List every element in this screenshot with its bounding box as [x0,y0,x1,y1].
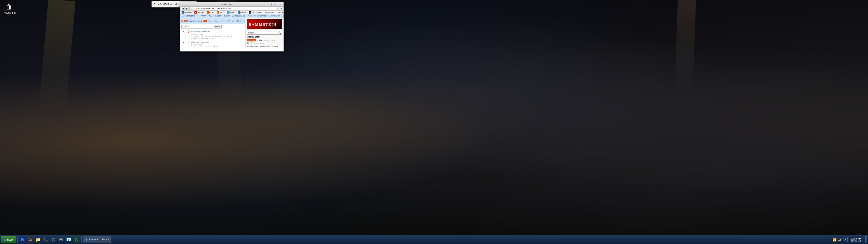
upvote-2[interactable]: ▲ [183,41,185,44]
tab-top[interactable]: top [231,20,235,22]
filter-awwreddit[interactable]: AWWREDDIT [270,15,281,17]
online-count: ~6 [250,42,252,44]
subreddit-nav: MY SUBREDDITS ▼ | FRONT ALL RANDOM FUNNY… [180,14,283,18]
browser-taskbar-icon: 🌐 [85,238,88,241]
vote-area-1: ▲ [181,30,186,33]
post-thumbnail-1: 📌 [187,30,190,34]
systray-network[interactable]: 📶 [833,238,836,242]
sidebar-search-box: 🔍 [247,31,282,35]
filter-mysubreddits[interactable]: MY SUBREDDITS ▼ [181,15,197,17]
address-bar[interactable]: 🔒 https://www.reddit.com/r/Rammstein/ [194,7,276,10]
rammstein-banner: RAMMSTEIN [247,19,282,29]
start-button[interactable]: ⊞ Start [1,236,16,243]
reddit-content: reddit Rammstein hot new rising controve… [180,18,283,47]
taskbar-media[interactable]: 🎵 [50,236,57,243]
taskbar-photoshop[interactable]: Ps [19,236,26,243]
reddit-search-input[interactable] [181,25,213,29]
menu-icon[interactable]: ≡ [280,7,283,10]
reddit-search-area: search [180,24,245,29]
post-comments-1[interactable]: 0 comments [191,37,200,39]
hotmail-icon: h [238,11,240,13]
windows-logo: ⊞ [4,238,6,241]
filter-adviceanimals[interactable]: ADVICEANIMALS [231,15,246,17]
post-meta-1: [self.Rammstein] [191,33,244,35]
reload-button[interactable]: ↻ [189,7,193,10]
systray-volume[interactable]: 🔊 [838,238,841,242]
media-icon: 🎵 [51,237,56,242]
post-report-1[interactable]: report [210,37,214,39]
tab-controversial[interactable]: controversial [219,20,230,22]
taskbar-email[interactable]: 📧 [65,236,72,243]
post-content-2: Liese Vs. Seemann [self.Rammstein] submi… [191,41,244,47]
tab-gilded[interactable]: gilded [236,20,242,22]
systray-security[interactable]: 🛡 [843,238,846,242]
bookmark-reddit[interactable]: r Reddit [206,11,215,14]
active-window-label: Rammstein - Reddit [89,238,108,241]
star-icon[interactable]: ☆ [277,7,279,10]
taskbar-spotify[interactable]: 🎵 [73,236,80,243]
reddit-sidebar: RAMMSTEIN 🔍 Rammstein subscriber 2,456 P… [246,18,283,47]
tab-rising[interactable]: rising [213,20,218,22]
filter-funny[interactable]: FUNNY [223,15,230,17]
sidebar-search-input[interactable] [248,32,278,34]
filter-gaming[interactable]: GAMING [282,15,283,17]
upvote-1[interactable]: ▲ [183,30,185,33]
post-submitter-2: submitted 1 day ago * by okakmda717 [191,46,244,47]
window-controls: _ □ ✕ [271,3,282,6]
browser-title: Rammstein [181,3,271,5]
taskbar-explorer[interactable]: 📁 [34,236,41,243]
forward-button[interactable]: ▶ [185,7,189,10]
lock-icon: 🔒 [195,7,197,10]
piratebay-icon: ☠ [249,11,251,13]
bookmark-speedtest[interactable]: Speed test [277,11,283,13]
bookmark-youtube[interactable]: ▶ YouTube [194,11,205,14]
post-title-1[interactable]: Rammstein Updates [191,30,244,33]
filter-todayilearned[interactable]: TODAY/LEARNED [253,15,268,17]
bookmarks-bar: f Facebook ▶ YouTube r Reddit a Ask.fm t… [180,11,283,14]
minimize-button[interactable]: _ [271,3,275,6]
maximize-button[interactable]: □ [275,3,278,6]
sidebar-description: Share your flair on this subreddit, it l… [247,45,282,47]
filter-all[interactable]: ALL [208,15,213,17]
clock[interactable]: 10:14 PM 01/12/2014 [849,237,863,242]
reddit-alien-logo: reddit [181,20,188,22]
filter-front[interactable]: FRONT [200,15,207,17]
bookmark-watchseries[interactable]: Watch Series [264,11,276,13]
sidebar-search-icon[interactable]: 🔍 [278,31,281,34]
active-window-reddit[interactable]: 🌐 Rammstein - Reddit [83,237,111,243]
taskbar-phone[interactable]: 📞 [42,236,49,243]
close-button[interactable]: ✕ [279,3,282,6]
search-button[interactable]: search [214,25,222,29]
bookmark-askfm[interactable]: a Ask.fm [216,11,226,14]
back-button[interactable]: ◀ [181,7,185,10]
browser-action-icons: ☆ ≡ [277,7,283,10]
subscriber-label: Pyromaniaics [264,39,275,41]
bookmark-hotmail[interactable]: h Hotmail [237,11,247,14]
post-save-1[interactable]: save [201,37,205,39]
youtube-icon: ▶ [194,11,197,13]
desktop-background [0,0,868,235]
rammstein-logo: RAMMSTEIN [248,20,281,28]
taskbar-lightroom[interactable]: Lr [27,236,34,243]
explorer-icon: 📁 [35,237,40,242]
tab-new[interactable]: new [208,20,212,22]
twitter-icon: t [227,11,229,13]
recycle-bin-graphic: 🗑 [4,2,13,11]
taskbar-game[interactable]: 🎮 [57,236,65,243]
show-desktop-button[interactable] [865,236,867,243]
spotify-icon: 🎵 [74,237,79,242]
post-content-1: Rammstein Updates [self.Rammstein] submi… [191,30,244,39]
post-hide-1[interactable]: hide [206,37,209,39]
post-title-2[interactable]: Liese Vs. Seemann [191,41,244,44]
filter-pics[interactable]: PICS [247,15,253,17]
post-thumbnail-2: A [187,41,190,45]
tab-promoted[interactable]: promoted [242,20,246,22]
recycle-bin-icon[interactable]: 🗑 Recycle Bin [2,2,16,14]
sidebar-subreddit-title: Rammstein [247,35,282,38]
post-item: ▲ A Liese Vs. Seemann [self.Rammstein] s… [180,40,245,47]
bookmark-piratebay[interactable]: ☠ ThePirateBay [248,11,263,14]
bookmark-twitter[interactable]: t Twitter [226,11,236,14]
bookmark-facebook[interactable]: f Facebook [181,11,193,14]
filter-random[interactable]: RANDOM [214,15,222,17]
post-submitter-1: submitted 11 days ago * by PakZulSoftwar… [191,35,244,37]
